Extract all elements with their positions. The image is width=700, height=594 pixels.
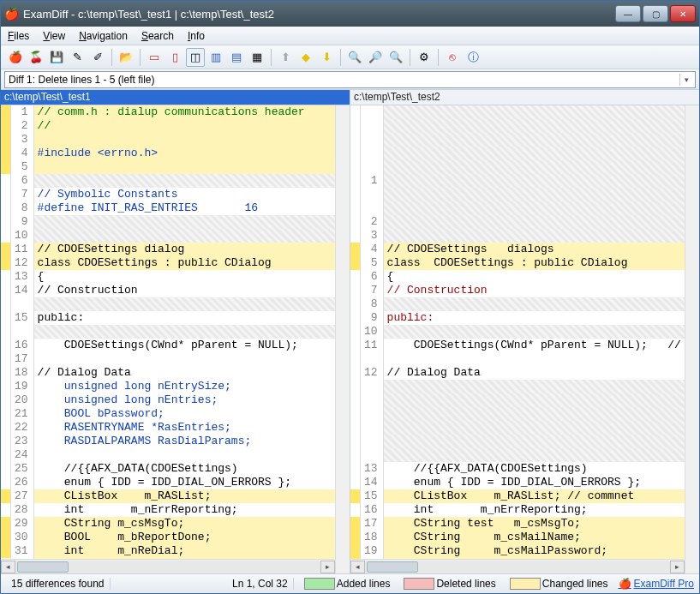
code-line[interactable]: { (34, 270, 335, 284)
code-line[interactable] (384, 147, 685, 160)
code-line[interactable]: CString m_csMsgTo; (34, 517, 335, 531)
code-line[interactable]: int m_nReDial; (34, 544, 335, 558)
code-line[interactable]: CDOESettings(CWnd* pParent = NULL); // (384, 339, 685, 352)
code-line[interactable] (384, 421, 685, 435)
tb-arrow-up-icon[interactable]: ⬆ (276, 48, 295, 67)
tb-find-icon[interactable]: 🔍 (345, 48, 364, 67)
code-line[interactable]: BOOL m_bReportDone; (34, 531, 335, 544)
code-line[interactable] (384, 229, 685, 243)
code-line[interactable] (384, 448, 685, 462)
tb-layout-cols-icon[interactable]: ▥ (206, 48, 225, 67)
code-line[interactable] (34, 174, 335, 188)
code-line[interactable]: public: (34, 311, 335, 325)
code-line[interactable]: public: (384, 311, 685, 325)
tb-open-icon[interactable]: 📂 (117, 48, 135, 67)
code-line[interactable]: { (384, 270, 685, 284)
code-line[interactable]: //{{AFX_DATA(CDOESettings) (34, 462, 335, 476)
tb-find-cols-icon[interactable]: 🔍 (386, 48, 405, 67)
chevron-down-icon[interactable]: ▾ (679, 74, 693, 86)
code-line[interactable] (34, 215, 335, 229)
code-line[interactable]: RASDIALPARAMS RasDialParams; (34, 435, 335, 448)
left-pane-header[interactable]: c:\temp\Test\_test1 (1, 90, 350, 105)
code-line[interactable]: // Dialog Data (34, 366, 335, 380)
tb-find-next-icon[interactable]: 🔎 (366, 48, 385, 67)
code-line[interactable] (34, 352, 335, 366)
code-line[interactable]: // comm.h : dialup communications header (34, 105, 335, 119)
code-line[interactable] (34, 133, 335, 147)
code-line[interactable]: CString m_csMailName; (384, 531, 685, 544)
code-line[interactable]: BOOL bPassword; (34, 407, 335, 421)
tb-info-icon[interactable]: ⓘ (464, 48, 482, 67)
code-line[interactable] (384, 435, 685, 448)
code-line[interactable]: // CDOESettings dialog (34, 243, 335, 256)
code-line[interactable]: CString m_csMailPassword; (384, 544, 685, 558)
code-line[interactable] (34, 160, 335, 174)
code-line[interactable]: int m_nErrReporting; (34, 503, 335, 517)
code-line[interactable]: // Dialog Data (384, 366, 685, 380)
code-line[interactable]: int m_nErrReporting; (384, 503, 685, 517)
code-line[interactable] (34, 325, 335, 339)
code-line[interactable]: enum { IDD = IDD_DIAL_ON_ERRORS }; (384, 476, 685, 489)
code-line[interactable] (384, 133, 685, 147)
right-hscrollbar[interactable]: ◂ ▸ (350, 559, 685, 573)
code-line[interactable]: class CDOESettings : public CDialog (34, 256, 335, 270)
code-line[interactable]: //{{AFX_DATA(CDOESettings) (384, 462, 685, 476)
code-line[interactable]: enum { IDD = IDD_DIAL_ON_ERRORS }; (34, 476, 335, 489)
tb-layout-single-icon[interactable]: ▭ (145, 48, 164, 67)
code-line[interactable] (384, 160, 685, 174)
code-line[interactable]: // Construction (34, 284, 335, 297)
right-vscrollbar[interactable] (685, 105, 699, 573)
diff-selector[interactable]: Diff 1: Delete lines 1 - 5 (left file) ▾ (4, 71, 696, 88)
code-line[interactable]: #define INIT_RAS_ENTRIES 16 (34, 201, 335, 215)
tb-layout-split-icon[interactable]: ▯ (165, 48, 184, 67)
code-line[interactable] (384, 297, 685, 311)
code-line[interactable] (384, 393, 685, 407)
menu-navigation[interactable]: Navigation (79, 30, 128, 42)
code-line[interactable] (384, 119, 685, 133)
tb-save-icon[interactable]: 💾 (47, 48, 66, 67)
code-line[interactable] (34, 448, 335, 462)
scroll-thumb[interactable] (367, 561, 418, 573)
code-line[interactable] (34, 297, 335, 311)
code-line[interactable]: CListBox m_RASList; (34, 489, 335, 503)
code-line[interactable]: // CDOESettings dialogs (384, 243, 685, 256)
code-line[interactable] (384, 352, 685, 366)
tb-cherry-icon[interactable]: 🍒 (27, 48, 45, 67)
menu-view[interactable]: View (43, 30, 65, 42)
menu-files[interactable]: Files (8, 30, 29, 42)
code-line[interactable]: RASENTRYNAME *RasEntries; (34, 421, 335, 435)
maximize-button[interactable]: ▢ (643, 5, 668, 22)
tb-options-icon[interactable]: ⚙ (415, 48, 434, 67)
tb-layout-grid-icon[interactable]: ▦ (248, 48, 266, 67)
code-line[interactable]: CString test m_csMsgTo; (384, 517, 685, 531)
code-line[interactable]: class CDOESettings : public CDialog (384, 256, 685, 270)
right-code-area[interactable]: 1234567891011121314151617181920212223242… (350, 105, 685, 559)
code-line[interactable]: // Construction (384, 284, 685, 297)
code-line[interactable] (384, 188, 685, 201)
right-pane-header[interactable]: c:\temp\Test\_test2 (350, 90, 699, 105)
menu-search[interactable]: Search (141, 30, 174, 42)
code-line[interactable] (384, 325, 685, 339)
left-vscrollbar[interactable] (335, 105, 350, 573)
code-line[interactable] (384, 174, 685, 188)
code-line[interactable]: unsigned long nEntries; (34, 393, 335, 407)
code-line[interactable]: CDOESettings(CWnd* pParent = NULL); (34, 339, 335, 352)
tb-apple-icon[interactable]: 🍎 (6, 48, 25, 67)
code-line[interactable] (384, 380, 685, 393)
tb-edit2-icon[interactable]: ✐ (88, 48, 107, 67)
code-line[interactable] (34, 229, 335, 243)
scroll-left-icon[interactable]: ◂ (1, 561, 15, 573)
code-line[interactable]: unsigned long nEntrySize; (34, 380, 335, 393)
scroll-left-icon[interactable]: ◂ (350, 561, 365, 573)
left-code-area[interactable]: 1234567891011121314151617181920212223242… (1, 105, 335, 559)
tb-layout-rows-icon[interactable]: ▤ (227, 48, 246, 67)
code-line[interactable] (384, 201, 685, 215)
code-line[interactable]: CListBox m_RASList; // commnet (384, 489, 685, 503)
tb-edit1-icon[interactable]: ✎ (68, 48, 87, 67)
scroll-right-icon[interactable]: ▸ (320, 561, 335, 573)
tb-diamond-icon[interactable]: ◆ (296, 48, 315, 67)
code-line[interactable]: // (34, 119, 335, 133)
tb-arrow-down-icon[interactable]: ⬇ (317, 48, 336, 67)
tb-exit-icon[interactable]: ⎋ (443, 48, 462, 67)
code-line[interactable]: // Symbolic Constants (34, 188, 335, 201)
